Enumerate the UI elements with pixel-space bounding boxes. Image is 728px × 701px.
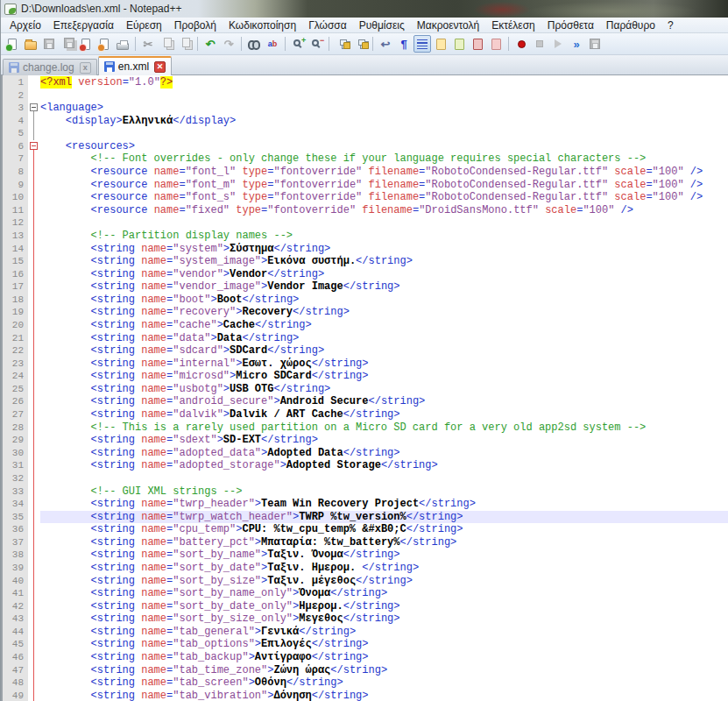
document-map-icon[interactable] — [469, 35, 486, 53]
code-area[interactable]: <?xml version="1.0"?><language> <display… — [40, 75, 728, 701]
code-line[interactable]: <string name="adopted_data">Adopted Data… — [40, 447, 728, 460]
code-line[interactable]: <string name="sort_by_date">Ταξιν. Ημερο… — [40, 562, 728, 575]
code-line[interactable]: <string name="usbotg">USB OTG</string> — [40, 383, 728, 396]
menu-item-4[interactable]: Κωδικοποίηση — [223, 18, 302, 32]
fold-margin[interactable] — [28, 75, 40, 701]
code-line[interactable]: <string name="dalvik">Dalvik / ART Cache… — [40, 408, 728, 421]
function-list-icon[interactable] — [450, 35, 468, 53]
macro-record-icon[interactable] — [512, 35, 530, 53]
zoom-in-icon[interactable]: + — [289, 35, 307, 53]
macro-save-icon[interactable] — [586, 35, 604, 53]
code-line[interactable]: <?xml version="1.0"?> — [40, 76, 728, 89]
copy-icon[interactable] — [158, 35, 175, 53]
code-line[interactable]: <string name="data">Data</string> — [40, 332, 728, 345]
find-icon[interactable] — [245, 35, 263, 53]
code-line[interactable]: <string name="tab_options">Επιλογές</str… — [40, 638, 728, 651]
code-line[interactable]: <string name="twrp_watch_header">TWRP %t… — [40, 511, 728, 524]
code-line[interactable]: <string name="tab_vibration">Δόνηση</str… — [40, 690, 728, 701]
code-line[interactable]: <string name="sdcard">SDCard</string> — [40, 344, 728, 358]
macro-play-icon[interactable] — [549, 35, 567, 53]
code-line[interactable]: <resources> — [40, 140, 728, 153]
sync-vertical-scroll-icon[interactable] — [333, 35, 350, 53]
show-indent-guide-icon[interactable] — [413, 35, 431, 53]
code-line[interactable]: <string name="boot">Boot</string> — [40, 294, 728, 307]
code-line[interactable]: <string name="microsd">Micro SDCard</str… — [40, 370, 728, 383]
code-line[interactable]: <string name="sort_by_name">Ταξιν. Όνομα… — [40, 549, 728, 562]
code-line[interactable]: <string name="sdext">SD-EXT</string> — [40, 434, 728, 447]
zoom-out-icon[interactable]: − — [307, 35, 325, 53]
tab-en-xml[interactable]: en.xml✕ — [98, 56, 172, 75]
code-line[interactable]: <string name="tab_backup">Αντίγραφο</str… — [40, 651, 728, 664]
menu-item-9[interactable]: Πρόσθετα — [541, 18, 600, 32]
undo-icon[interactable]: ↶ — [201, 35, 219, 53]
save-file-icon[interactable] — [40, 35, 58, 53]
code-line[interactable]: <!-- GUI XML strings --> — [40, 485, 728, 499]
code-line[interactable]: <!-- Partition display names --> — [40, 230, 728, 243]
tab-close-icon[interactable]: x — [80, 62, 91, 74]
code-line[interactable]: <resource name="font_s" type="fontoverri… — [40, 191, 728, 204]
code-line[interactable]: <resource name="fixed" type="fontoverrid… — [40, 204, 728, 217]
code-line[interactable]: <string name="tab_time_zone">Ζώνη ώρας</… — [40, 664, 728, 677]
code-line[interactable]: <string name="system">Σύστημα</string> — [40, 243, 728, 256]
menu-item-8[interactable]: Εκτέλεση — [485, 18, 541, 32]
code-line[interactable]: <string name="internal">Εσωτ. χώρος</str… — [40, 358, 728, 371]
code-line[interactable]: <string name="cache">Cache</string> — [40, 319, 728, 332]
code-line[interactable]: <string name="system_image">Εικόνα συστή… — [40, 255, 728, 268]
code-line[interactable]: <language> — [40, 102, 728, 115]
fold-collapse-icon[interactable] — [30, 103, 38, 111]
title-bar[interactable]: D:\Downloads\en.xml - Notepad++ — [1, 0, 728, 18]
sync-horizontal-scroll-icon[interactable] — [351, 35, 369, 53]
code-line[interactable]: <string name="adopted_storage">Adopted S… — [40, 459, 728, 472]
tab-close-icon[interactable]: ✕ — [154, 61, 166, 73]
close-file-icon[interactable] — [77, 35, 95, 53]
menu-item-11[interactable]: ? — [661, 18, 680, 32]
menu-item-3[interactable]: Προβολή — [168, 18, 223, 32]
new-file-icon[interactable] — [4, 35, 21, 53]
cut-icon[interactable]: ✂ — [139, 35, 157, 53]
code-line[interactable]: <string name="recovery">Recovery</string… — [40, 306, 728, 319]
code-line[interactable]: <string name="vendor_image">Vendor Image… — [40, 280, 728, 294]
fold-collapse-icon[interactable] — [30, 142, 38, 150]
menu-item-1[interactable]: Επεξεργασία — [47, 18, 120, 32]
code-line[interactable]: <display>Ελληνικά</display> — [40, 115, 728, 128]
code-line[interactable]: <!-- This is a rarely used partition on … — [40, 421, 728, 435]
user-defined-language-icon[interactable] — [432, 35, 449, 53]
code-line[interactable]: <string name="tab_general">Γενικά</strin… — [40, 626, 728, 639]
macro-stop-icon[interactable] — [531, 35, 548, 53]
code-line[interactable]: <string name="sort_by_size_only">Μεγεθος… — [40, 612, 728, 626]
code-line[interactable] — [40, 216, 728, 230]
code-line[interactable]: <string name="cpu_temp">CPU: %tw_cpu_tem… — [40, 523, 728, 536]
menu-item-5[interactable]: Γλώσσα — [302, 18, 353, 32]
code-line[interactable] — [40, 89, 728, 103]
menu-item-6[interactable]: Ρυθμίσεις — [353, 18, 411, 32]
code-line[interactable]: <string name="sort_by_size">Ταξιν. μέγεθ… — [40, 575, 728, 588]
code-line[interactable]: <string name="twrp_header">Team Win Reco… — [40, 498, 728, 511]
replace-icon[interactable]: ab — [264, 35, 281, 53]
word-wrap-icon[interactable]: ↩ — [377, 35, 394, 53]
folder-as-workspace-icon[interactable] — [487, 35, 505, 53]
code-line[interactable]: <string name="battery_pct">Μπαταρία: %tw… — [40, 536, 728, 549]
code-line[interactable]: <string name="sort_by_name_only">Όνομα</… — [40, 587, 728, 600]
print-icon[interactable] — [114, 35, 131, 53]
code-line[interactable]: <resource name="font_l" type="fontoverri… — [40, 166, 728, 179]
close-all-icon[interactable] — [95, 35, 113, 53]
code-line[interactable]: <!-- Font overrides - only change these … — [40, 152, 728, 166]
save-all-icon[interactable] — [59, 35, 76, 53]
menu-item-2[interactable]: Εύρεση — [120, 18, 168, 32]
tab-change-log[interactable]: change.logx — [3, 59, 97, 75]
menu-item-7[interactable]: Μακροεντολή — [411, 18, 485, 32]
code-line[interactable]: <resource name="font_m" type="fontoverri… — [40, 179, 728, 192]
code-line[interactable] — [40, 472, 728, 485]
menu-item-10[interactable]: Παράθυρο — [600, 18, 661, 32]
code-line[interactable]: <string name="sort_by_date_only">Ημερομ.… — [40, 600, 728, 613]
macro-run-multiple-icon[interactable]: » — [568, 35, 585, 53]
code-line[interactable]: <string name="tab_screen">Οθόνη</string> — [40, 676, 728, 690]
open-file-icon[interactable] — [22, 35, 39, 53]
menu-item-0[interactable]: Αρχείο — [4, 18, 47, 32]
code-line[interactable]: <string name="android_secure">Android Se… — [40, 395, 728, 408]
code-line[interactable] — [40, 127, 728, 140]
redo-icon[interactable]: ↷ — [220, 35, 237, 53]
editor[interactable]: 1234567891011121314151617181920212223242… — [1, 75, 728, 701]
paste-icon[interactable] — [176, 35, 194, 53]
code-line[interactable]: <string name="vendor">Vendor</string> — [40, 268, 728, 281]
